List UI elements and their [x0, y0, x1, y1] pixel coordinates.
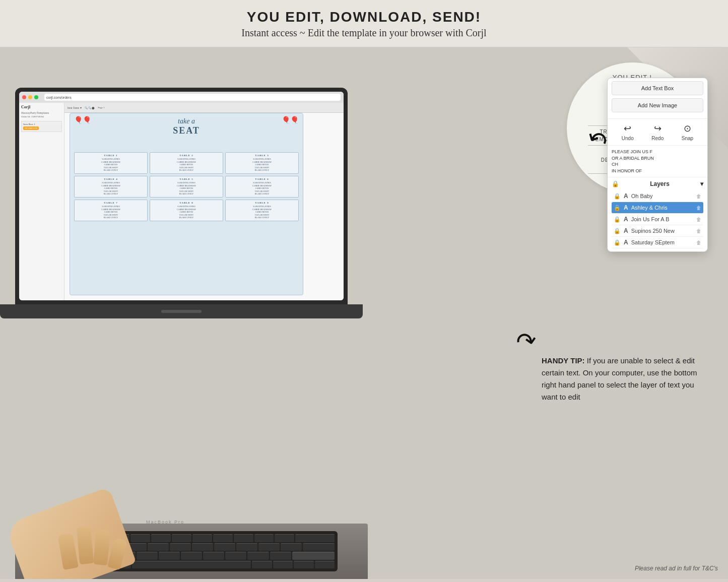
add-text-box-button[interactable]: Add Text Box [612, 81, 703, 95]
laptop-screen: corjl.com/orders Corjl HoorayPartyTempla… [19, 92, 344, 300]
status-badge: INCOMPLETE [23, 126, 39, 130]
table-3-guests: SAMANTHA JONESCARRIE BRADSHAWJAMES REYES… [227, 158, 297, 172]
layer-name-saturday: Saturday SEptem [631, 239, 693, 245]
table-6-name: TABLE 6 [227, 178, 297, 180]
layer-a-icon-sat: A [624, 239, 628, 246]
layer-delete-icon-supinos[interactable]: 🗑 [696, 228, 701, 234]
layer-delete-icon-sat[interactable]: 🗑 [696, 240, 701, 245]
arrow-to-layers: ↷ [514, 328, 539, 355]
snap-control[interactable]: ⊙ Snap [682, 123, 693, 141]
key-enter [303, 543, 335, 551]
seating-chart: 🎈🎈 🎈🎈 take a SEAT TABLE 1 SAMANTHA JONES… [70, 113, 303, 295]
screen-sidebar: Corjl HoorayPartyTemplates Order Id: 150… [19, 103, 64, 300]
key [234, 534, 253, 542]
url-bar[interactable]: corjl.com/orders [44, 94, 341, 101]
layers-label: Layers [650, 180, 670, 187]
typing-hand-area [0, 488, 176, 579]
redo-icon: ↪ [654, 123, 661, 134]
laptop-base [0, 304, 363, 318]
table-5-name: TABLE 5 [152, 178, 221, 180]
disclaimer: Please read ad in full for T&C's [635, 565, 718, 572]
toolbar-text: best fonts ▾ [68, 106, 82, 109]
page-controls: Page 1 [98, 106, 104, 109]
table-9-guests: SAMANTHA JONESCARRIE BRADSHAWJAMES REYES… [227, 205, 297, 219]
table-4-guests: SAMANTHA JONESCARRIE BRADSHAWJAMES REYES… [76, 181, 146, 196]
table-8: TABLE 8 SAMANTHA JONESCARRIE BRADSHAWJAM… [150, 200, 223, 221]
layer-delete-icon[interactable]: 🗑 [696, 193, 701, 199]
top-banner: YOU EDIT, DOWNLOAD, SEND! Instant access… [0, 0, 728, 47]
key [213, 534, 233, 542]
key [281, 543, 302, 551]
text-preview-line-3: CH [612, 161, 703, 168]
layer-a-icon-active: A [624, 204, 628, 211]
text-preview-line-2: OR A BRIDAL BRUN [612, 155, 703, 162]
text-preview-box: PLEASE JOIN US F OR A BRIDAL BRUN CH IN … [608, 146, 707, 177]
key [258, 543, 280, 551]
seat-text: SEAT [74, 125, 299, 136]
layer-name-supinos: Supinos 250 New [631, 228, 693, 234]
tables-grid: TABLE 1 SAMANTHA JONESCARRIE BRADSHAWJAM… [74, 152, 299, 221]
layer-row-join-us[interactable]: 🔒 A Join Us For A B 🗑 [612, 214, 703, 225]
order-id: Order Id: 1509758194 [21, 115, 62, 118]
key-right [315, 561, 335, 569]
key [181, 552, 202, 560]
macbook-label: MacBook Pro [146, 520, 184, 525]
table-6-guests: SAMANTHA JONESCARRIE BRADSHAWJAMES REYES… [227, 181, 297, 196]
chevron-down-icon: ▾ [700, 180, 703, 187]
table-9: TABLE 9 SAMANTHA JONESCARRIE BRADSHAWJAM… [225, 200, 299, 221]
table-1-name: TABLE 1 [76, 154, 146, 157]
layer-delete-icon-join[interactable]: 🗑 [696, 217, 701, 222]
table-2-guests: SAMANTHA JONESCARRIE BRADSHAWJAMES REYES… [152, 158, 221, 172]
text-preview-line-4: IN HONOR OF [612, 168, 703, 174]
handy-tip-section: HANDY TIP: If you are unable to select &… [542, 355, 703, 403]
table-2: TABLE 2 SAMANTHA JONESCARRIE BRADSHAWJAM… [150, 152, 223, 174]
undo-control[interactable]: ↩ Undo [622, 123, 634, 141]
laptop-body: corjl.com/orders Corjl HoorayPartyTempla… [15, 88, 348, 304]
table-4-name: TABLE 4 [76, 178, 146, 180]
layer-row-oh-baby[interactable]: 🔒 A Oh Baby 🗑 [612, 190, 703, 202]
main-area: corjl.com/orders Corjl HoorayPartyTempla… [0, 47, 728, 579]
corjl-logo: Corjl [21, 105, 62, 109]
layer-lock-icon-active: 🔒 [614, 205, 621, 211]
snap-label: Snap [682, 136, 693, 141]
table-5: TABLE 5 SAMANTHA JONESCARRIE BRADSHAWJAM… [150, 176, 223, 198]
key [275, 534, 294, 542]
layer-delete-icon-active[interactable]: 🗑 [696, 205, 701, 211]
key [192, 534, 212, 542]
key-backspace [295, 534, 335, 542]
text-preview-line-1: PLEASE JOIN US F [612, 149, 703, 155]
corjl-panel-top: Add Text Box Add New Image [608, 78, 707, 119]
layer-lock-icon: 🔒 [614, 193, 621, 200]
layer-a-icon-supinos: A [624, 227, 628, 234]
key [214, 543, 235, 551]
maximize-dot[interactable] [34, 95, 38, 99]
snap-icon: ⊙ [684, 123, 691, 134]
balloon-left: 🎈🎈 [74, 116, 91, 124]
table-7-name: TABLE 7 [76, 202, 146, 204]
key-alt2 [273, 561, 293, 569]
redo-label: Redo [651, 136, 664, 141]
disclaimer-text: Please read ad in full for T&C's [635, 565, 718, 572]
layer-lock-icon-join: 🔒 [614, 216, 621, 223]
key [236, 543, 257, 551]
corjl-panel: Add Text Box Add New Image ↩ Undo ↪ Redo… [607, 78, 708, 252]
corjl-icons-row: ↩ Undo ↪ Redo ⊙ Snap [608, 119, 707, 146]
table-1: TABLE 1 SAMANTHA JONESCARRIE BRADSHAWJAM… [74, 152, 148, 174]
layer-row-ashley-chris[interactable]: 🔒 A Ashley & Chris 🗑 [612, 202, 703, 214]
handy-tip-label: HANDY TIP: [542, 356, 585, 365]
add-new-image-button[interactable]: Add New Image [612, 98, 703, 112]
minimize-dot[interactable] [28, 95, 32, 99]
layer-row-supinos[interactable]: 🔒 A Supinos 250 New 🗑 [612, 225, 703, 237]
table-8-guests: SAMANTHA JONESCARRIE BRADSHAWJAMES REYES… [152, 205, 221, 219]
table-3: TABLE 3 SAMANTHA JONESCARRIE BRADSHAWJAM… [225, 152, 299, 174]
key [225, 552, 246, 560]
table-2-name: TABLE 2 [152, 154, 221, 157]
layer-row-saturday[interactable]: 🔒 A Saturday SEptem 🗑 [612, 237, 703, 248]
take-text: take a [74, 117, 299, 125]
redo-control[interactable]: ↪ Redo [651, 123, 664, 141]
layer-a-icon-join: A [624, 216, 628, 223]
key-cmd2 [252, 561, 272, 569]
table-8-name: TABLE 8 [152, 202, 221, 204]
close-dot[interactable] [22, 95, 26, 99]
table-5-guests: SAMANTHA JONESCARRIE BRADSHAWJAMES REYES… [152, 181, 221, 196]
